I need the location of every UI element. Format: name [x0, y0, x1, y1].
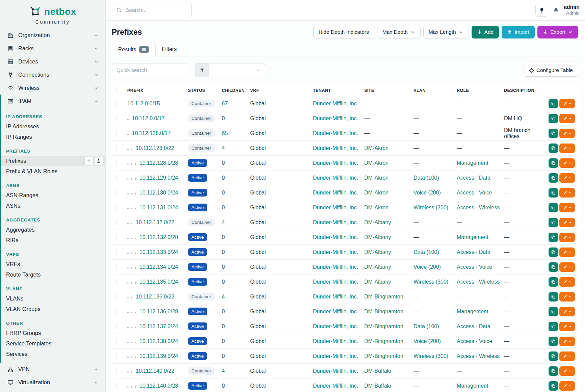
tenant-link[interactable]: Dunder-Mifflin, Inc. — [313, 145, 358, 151]
children-count-link[interactable]: 4 — [222, 368, 225, 374]
row-checkbox[interactable] — [116, 160, 116, 166]
edit-button[interactable] — [559, 143, 575, 153]
role-link[interactable]: Access - Voice — [457, 264, 492, 270]
row-checkbox[interactable] — [116, 264, 116, 270]
vlan-link[interactable]: Voice (200) — [414, 190, 441, 195]
edit-button[interactable] — [559, 173, 575, 183]
tenant-link[interactable]: Dunder-Mifflin, Inc. — [313, 338, 358, 344]
prefix-link[interactable]: 10.112.129.0/24 — [139, 175, 178, 181]
column-header-tenant[interactable]: TENANT — [313, 88, 364, 93]
notifications-button[interactable] — [553, 7, 559, 13]
tenant-link[interactable]: Dunder-Mifflin, Inc. — [313, 190, 358, 195]
site-link[interactable]: DM-Akron — [364, 205, 389, 210]
prefix-link[interactable]: 10.112.0.0/15 — [127, 101, 160, 106]
column-header-description[interactable]: DESCRIPTION — [504, 88, 547, 93]
row-checkbox[interactable] — [116, 204, 116, 211]
copy-button[interactable] — [549, 366, 558, 376]
edit-button[interactable] — [559, 129, 575, 138]
theme-toggle-button[interactable] — [535, 4, 548, 17]
upload-button[interactable] — [94, 157, 103, 165]
column-header-vrf[interactable]: VRF — [250, 88, 313, 93]
row-checkbox[interactable] — [116, 234, 116, 240]
tenant-link[interactable]: Dunder-Mifflin, Inc. — [313, 219, 358, 225]
vlan-link[interactable]: Data (100) — [414, 249, 439, 255]
column-header-role[interactable]: ROLE — [457, 88, 504, 93]
tenant-link[interactable]: Dunder-Mifflin, Inc. — [313, 175, 358, 181]
copy-button[interactable] — [549, 114, 558, 123]
edit-button[interactable] — [559, 114, 575, 123]
tenant-link[interactable]: Dunder-Mifflin, Inc. — [313, 323, 358, 329]
tenant-link[interactable]: Dunder-Mifflin, Inc. — [313, 264, 358, 270]
role-link[interactable]: Access - Data — [457, 175, 490, 181]
role-link[interactable]: Access - Wireless — [457, 279, 500, 285]
quick-search-input[interactable] — [112, 63, 188, 77]
prefix-link[interactable]: 10.112.128.0/28 — [139, 160, 178, 166]
prefix-link[interactable]: 10.112.136.0/22 — [136, 294, 174, 299]
copy-button[interactable] — [549, 337, 558, 346]
tab-results[interactable]: Results 90 — [112, 43, 156, 56]
sidebar-item-ip-addresses[interactable]: IP Addresses — [0, 121, 105, 132]
tenant-link[interactable]: Dunder-Mifflin, Inc. — [313, 368, 358, 374]
sidebar-item-asns[interactable]: ASNs — [0, 201, 105, 211]
prefix-link[interactable]: 10.112.131.0/24 — [139, 205, 178, 210]
sidebar-item-fhrp-groups[interactable]: FHRP Groups — [0, 328, 105, 338]
copy-button[interactable] — [549, 351, 558, 361]
add-button[interactable]: Add — [472, 26, 499, 38]
tenant-link[interactable]: Dunder-Mifflin, Inc. — [313, 353, 358, 359]
tenant-link[interactable]: Dunder-Mifflin, Inc. — [313, 160, 358, 166]
edit-button[interactable] — [559, 381, 575, 391]
tenant-link[interactable]: Dunder-Mifflin, Inc. — [313, 130, 358, 136]
edit-button[interactable] — [559, 262, 575, 272]
site-link[interactable]: DM-Binghamton — [364, 353, 403, 359]
edit-button[interactable] — [559, 158, 575, 168]
sidebar-item-circuits[interactable]: Circuits — [0, 389, 105, 392]
copy-button[interactable] — [549, 277, 558, 287]
row-checkbox[interactable] — [116, 279, 116, 285]
site-link[interactable]: DM-Binghamton — [364, 309, 403, 314]
copy-button[interactable] — [549, 158, 558, 168]
sidebar-item-prefix-vlan-roles[interactable]: Prefix & VLAN Roles — [0, 166, 105, 177]
site-link[interactable]: DM-Albany — [364, 279, 391, 285]
role-link[interactable]: Management — [457, 383, 488, 389]
site-link[interactable]: DM-Akron — [364, 145, 389, 151]
row-checkbox[interactable] — [116, 293, 116, 300]
column-header-prefix[interactable]: PREFIX — [127, 88, 188, 93]
row-checkbox[interactable] — [116, 249, 116, 255]
copy-button[interactable] — [549, 292, 558, 302]
edit-button[interactable] — [559, 188, 575, 198]
role-link[interactable]: Access - Data — [457, 249, 490, 255]
prefix-link[interactable]: 10.112.139.0/24 — [139, 353, 178, 359]
edit-button[interactable] — [559, 247, 575, 257]
sidebar-item-devices[interactable]: Devices — [0, 55, 105, 68]
site-link[interactable]: DM-Akron — [364, 175, 389, 181]
role-link[interactable]: Access - Voice — [457, 338, 492, 344]
sidebar-item-aggregates[interactable]: Aggregates — [0, 225, 105, 235]
site-link[interactable]: DM-Albany — [364, 249, 391, 255]
saved-filter-select[interactable] — [209, 63, 265, 77]
sidebar-item-prefixes[interactable]: Prefixes — [0, 156, 105, 166]
column-header-vlan[interactable]: VLAN — [414, 88, 457, 93]
tenant-link[interactable]: Dunder-Mifflin, Inc. — [313, 205, 358, 210]
tenant-link[interactable]: Dunder-Mifflin, Inc. — [313, 383, 358, 389]
vlan-link[interactable]: Voice (200) — [414, 338, 441, 344]
prefix-link[interactable]: 10.112.128.0/17 — [132, 130, 170, 136]
vlan-link[interactable]: Data (100) — [414, 323, 439, 329]
copy-button[interactable] — [549, 203, 558, 212]
edit-button[interactable] — [559, 337, 575, 346]
edit-button[interactable] — [559, 233, 575, 242]
select-all-checkbox[interactable] — [116, 87, 116, 94]
site-link[interactable]: DM-Akron — [364, 160, 389, 166]
tenant-link[interactable]: Dunder-Mifflin, Inc. — [313, 115, 358, 121]
prefix-link[interactable]: 10.112.137.0/24 — [139, 323, 178, 329]
site-link[interactable]: DM-Binghamton — [364, 294, 403, 299]
vlan-link[interactable]: Wireless (300) — [414, 353, 448, 359]
row-checkbox[interactable] — [116, 100, 116, 107]
copy-button[interactable] — [549, 381, 558, 391]
site-link[interactable]: DM-Albany — [364, 234, 391, 240]
copy-button[interactable] — [549, 99, 558, 108]
sidebar-item-ipam[interactable]: IPAM — [0, 95, 105, 108]
vlan-link[interactable]: Wireless (300) — [414, 205, 448, 210]
sidebar-item-service-templates[interactable]: Service Templates — [0, 338, 105, 349]
site-link[interactable]: DM-Buffalo — [364, 383, 391, 389]
edit-button[interactable] — [559, 203, 575, 212]
